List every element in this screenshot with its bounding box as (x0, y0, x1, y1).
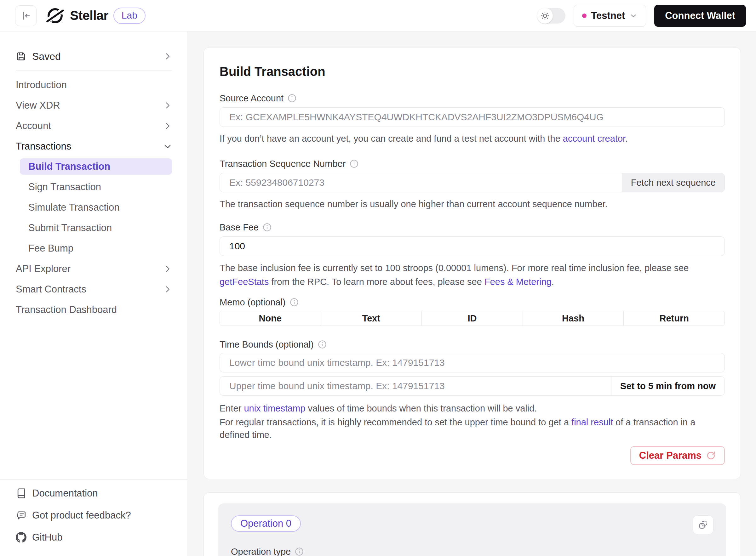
sidebar-item-label: Fee Bump (28, 243, 73, 254)
chevron-right-icon (163, 265, 172, 273)
field-label-text: Operation type (231, 546, 291, 556)
memo-tab-return[interactable]: Return (623, 311, 724, 325)
chevron-right-icon (163, 101, 172, 110)
base-fee-helper: The base inclusion fee is currently set … (220, 261, 725, 289)
sidebar-item-label: Account (16, 120, 51, 132)
copy-icon (698, 519, 709, 530)
sidebar-item-build-transaction[interactable]: Build Transaction (20, 159, 172, 175)
helper-text: . (625, 134, 628, 144)
stellar-logo-icon (45, 6, 65, 26)
chevron-right-icon (163, 52, 172, 61)
account-creator-link[interactable]: account creator (563, 134, 625, 144)
sun-icon (540, 11, 550, 21)
helper-text: . (552, 277, 554, 287)
network-status-dot (582, 13, 587, 18)
helper-text: The base inclusion fee is currently set … (220, 263, 689, 273)
sidebar-item-label: Got product feedback? (32, 510, 131, 521)
clear-params-button[interactable]: Clear Params (630, 446, 725, 465)
sidebar-item-label: Smart Contracts (16, 284, 86, 295)
book-icon (16, 488, 27, 499)
time-bounds-helper-2: For regular transactions, it is highly r… (220, 416, 725, 441)
sidebar-item-account[interactable]: Account (0, 115, 187, 136)
chevron-right-icon (163, 285, 172, 294)
field-label-text: Transaction Sequence Number (220, 158, 346, 170)
sidebar-item-label: Saved (32, 51, 61, 62)
info-icon[interactable] (262, 222, 272, 232)
set-5-min-button[interactable]: Set to 5 min from now (611, 377, 724, 395)
network-select[interactable]: Testnet (573, 5, 646, 27)
network-label: Testnet (591, 10, 625, 22)
save-icon (16, 51, 27, 62)
sidebar-item-view-xdr[interactable]: View XDR (0, 95, 187, 115)
fees-metering-link[interactable]: Fees & Metering (485, 277, 552, 287)
lower-time-bound-input[interactable] (220, 353, 725, 373)
helper-text: Enter (220, 403, 244, 413)
base-fee-input[interactable] (220, 237, 725, 256)
source-account-label: Source Account (220, 92, 725, 104)
brand[interactable]: Stellar Lab (45, 6, 145, 26)
fetch-next-sequence-button[interactable]: Fetch next sequence (622, 173, 724, 192)
sidebar-item-simulate-transaction[interactable]: Simulate Transaction (0, 197, 187, 217)
sidebar-item-transactions[interactable]: Transactions (0, 136, 187, 157)
github-icon (16, 532, 27, 543)
source-account-input[interactable] (220, 107, 725, 127)
main-content: Build Transaction Source Account If you … (188, 32, 756, 556)
duplicate-operation-button[interactable] (693, 515, 714, 534)
theme-toggle[interactable] (537, 8, 565, 24)
getfeestats-link[interactable]: getFeeStats (220, 277, 269, 287)
sidebar-item-api-explorer[interactable]: API Explorer (0, 258, 187, 279)
sidebar-item-label: GitHub (32, 532, 62, 543)
info-icon[interactable] (349, 159, 359, 168)
sidebar-item-label: Transaction Dashboard (16, 304, 117, 315)
collapse-sidebar-button[interactable] (15, 5, 37, 26)
sidebar-item-label: View XDR (16, 100, 60, 111)
sidebar-item-label: API Explorer (16, 263, 71, 275)
info-icon[interactable] (295, 547, 304, 556)
sidebar-nav: Introduction View XDR Account Transactio… (0, 75, 187, 320)
helper-text: For regular transactions, it is highly r… (220, 417, 571, 427)
sidebar-item-fee-bump[interactable]: Fee Bump (0, 238, 187, 258)
sidebar-item-transaction-dashboard[interactable]: Transaction Dashboard (0, 300, 187, 320)
memo-tab-id[interactable]: ID (422, 311, 523, 325)
time-bounds-label: Time Bounds (optional) (220, 339, 725, 350)
info-icon[interactable] (290, 298, 299, 307)
operation-badge[interactable]: Operation 0 (231, 515, 301, 532)
feedback-bubble-icon (16, 510, 27, 521)
sequence-number-group: Fetch next sequence (220, 173, 725, 193)
sidebar-item-label: Simulate Transaction (28, 202, 120, 213)
sidebar-item-introduction[interactable]: Introduction (0, 75, 187, 95)
sidebar-item-sign-transaction[interactable]: Sign Transaction (0, 177, 187, 197)
sidebar-item-github[interactable]: GitHub (16, 526, 172, 549)
sidebar-item-feedback[interactable]: Got product feedback? (16, 505, 172, 526)
info-icon[interactable] (287, 94, 297, 103)
unix-timestamp-link[interactable]: unix timestamp (244, 403, 305, 413)
memo-tab-none[interactable]: None (220, 311, 321, 325)
chevron-down-icon (629, 12, 637, 20)
info-icon[interactable] (318, 340, 327, 349)
final-result-link[interactable]: final result (571, 417, 613, 427)
sequence-number-helper: The transaction sequence number is usual… (220, 198, 725, 210)
upper-time-bound-input[interactable] (220, 377, 611, 395)
sequence-number-input[interactable] (220, 173, 622, 192)
chevron-right-icon (163, 121, 172, 130)
operation-type-label: Operation type (231, 546, 714, 556)
brand-name: Stellar (70, 8, 108, 23)
sidebar-item-label: Submit Transaction (28, 222, 112, 234)
lab-badge: Lab (113, 7, 145, 24)
sidebar-item-label: Transactions (16, 141, 71, 152)
memo-tab-text[interactable]: Text (321, 311, 422, 325)
helper-text: If you don’t have an account yet, you ca… (220, 134, 563, 144)
source-account-helper: If you don’t have an account yet, you ca… (220, 133, 725, 144)
sidebar-item-smart-contracts[interactable]: Smart Contracts (0, 279, 187, 300)
sidebar-item-documentation[interactable]: Documentation (16, 482, 172, 505)
sidebar-item-label: Introduction (16, 79, 67, 91)
connect-wallet-button[interactable]: Connect Wallet (654, 5, 746, 27)
refresh-icon (706, 451, 716, 461)
sidebar-footer: Documentation Got product feedback? GitH… (0, 480, 187, 556)
sidebar-item-submit-transaction[interactable]: Submit Transaction (0, 217, 187, 238)
field-label-text: Base Fee (220, 221, 259, 233)
helper-text: values of time bounds when this transact… (305, 403, 537, 413)
memo-tab-hash[interactable]: Hash (523, 311, 624, 325)
field-label-text: Memo (optional) (220, 296, 286, 308)
sidebar-item-saved[interactable]: Saved (16, 46, 172, 67)
